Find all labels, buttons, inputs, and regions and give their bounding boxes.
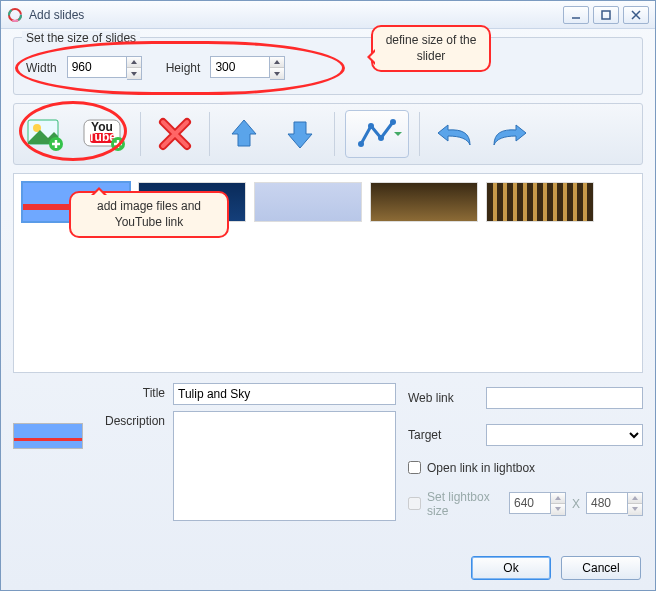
slide-size-group: Set the size of slides Width Height bbox=[13, 37, 643, 95]
annotation-callout-size: define size of the slider bbox=[371, 25, 491, 72]
svg-rect-4 bbox=[602, 11, 610, 19]
dialog-footer: Ok Cancel bbox=[471, 556, 641, 580]
weblink-input[interactable] bbox=[486, 387, 643, 409]
undo-button[interactable] bbox=[430, 110, 478, 158]
height-label: Height bbox=[166, 61, 201, 75]
height-field[interactable] bbox=[210, 56, 285, 80]
add-image-button[interactable] bbox=[18, 108, 70, 160]
height-down[interactable] bbox=[270, 68, 284, 79]
width-down[interactable] bbox=[127, 68, 141, 79]
cancel-button[interactable]: Cancel bbox=[561, 556, 641, 580]
annotation-callout-add: add image files and YouTube link bbox=[69, 191, 229, 238]
redo-button[interactable] bbox=[486, 110, 534, 158]
app-icon bbox=[7, 7, 23, 23]
width-field[interactable] bbox=[67, 56, 142, 80]
move-down-button[interactable] bbox=[276, 110, 324, 158]
lightbox-height-field bbox=[586, 492, 643, 516]
width-up[interactable] bbox=[127, 57, 141, 68]
minimize-button[interactable] bbox=[563, 6, 589, 24]
lightbox-height-input bbox=[586, 492, 628, 514]
title-label: Title bbox=[95, 383, 165, 400]
effects-dropdown[interactable] bbox=[345, 110, 409, 158]
description-label: Description bbox=[95, 411, 165, 428]
add-slides-dialog: Add slides define size of the slider Set… bbox=[0, 0, 656, 591]
width-label: Width bbox=[26, 61, 57, 75]
svg-point-16 bbox=[390, 119, 396, 125]
open-lightbox-label: Open link in lightbox bbox=[427, 461, 535, 475]
add-youtube-button[interactable]: YouTube bbox=[78, 108, 130, 160]
close-button[interactable] bbox=[623, 6, 649, 24]
svg-point-15 bbox=[378, 135, 384, 141]
open-lightbox-checkbox[interactable] bbox=[408, 461, 421, 474]
preview-thumb bbox=[13, 423, 83, 449]
height-up[interactable] bbox=[270, 57, 284, 68]
delete-button[interactable] bbox=[151, 110, 199, 158]
set-lightbox-size-checkbox bbox=[408, 497, 421, 510]
width-input[interactable] bbox=[67, 56, 127, 78]
toolbar: YouTube bbox=[13, 103, 643, 165]
title-input[interactable] bbox=[173, 383, 396, 405]
thumbnail[interactable] bbox=[370, 182, 478, 222]
thumbnail[interactable] bbox=[486, 182, 594, 222]
target-label: Target bbox=[408, 428, 480, 442]
height-input[interactable] bbox=[210, 56, 270, 78]
titlebar: Add slides bbox=[1, 1, 655, 29]
target-select[interactable] bbox=[486, 424, 643, 446]
svg-point-14 bbox=[368, 123, 374, 129]
ok-button[interactable]: Ok bbox=[471, 556, 551, 580]
lightbox-width-field bbox=[509, 492, 566, 516]
slide-size-legend: Set the size of slides bbox=[22, 31, 140, 45]
lightbox-x-label: X bbox=[572, 497, 580, 511]
details-panel: Title Description Web link Target Open l… bbox=[13, 383, 643, 521]
thumbnail[interactable] bbox=[254, 182, 362, 222]
svg-point-13 bbox=[358, 141, 364, 147]
lightbox-width-input bbox=[509, 492, 551, 514]
window-title: Add slides bbox=[29, 8, 563, 22]
weblink-label: Web link bbox=[408, 391, 480, 405]
set-lightbox-size-label: Set lightbox size bbox=[427, 490, 503, 518]
maximize-button[interactable] bbox=[593, 6, 619, 24]
description-textarea[interactable] bbox=[173, 411, 396, 521]
move-up-button[interactable] bbox=[220, 110, 268, 158]
